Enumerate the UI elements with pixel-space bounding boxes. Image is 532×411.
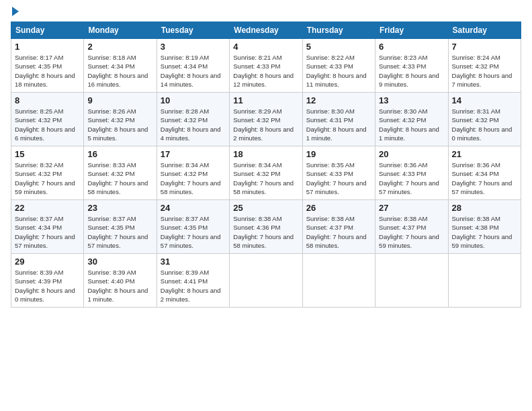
calendar-cell: 30Sunrise: 8:39 AMSunset: 4:40 PMDayligh…: [84, 254, 157, 308]
calendar-cell: 11Sunrise: 8:29 AMSunset: 4:32 PMDayligh…: [230, 93, 302, 146]
day-number: 16: [87, 149, 152, 159]
day-number: 12: [306, 95, 371, 105]
day-number: 3: [161, 42, 226, 52]
calendar-cell: 7Sunrise: 8:24 AMSunset: 4:32 PMDaylight…: [448, 39, 521, 93]
day-info: Sunrise: 8:36 AMSunset: 4:34 PMDaylight:…: [452, 161, 517, 196]
day-number: 8: [15, 95, 80, 105]
day-info: Sunrise: 8:19 AMSunset: 4:34 PMDaylight:…: [161, 53, 226, 89]
day-info: Sunrise: 8:34 AMSunset: 4:32 PMDaylight:…: [161, 161, 226, 196]
calendar-table: SundayMondayTuesdayWednesdayThursdayFrid…: [11, 21, 521, 308]
calendar-cell: 27Sunrise: 8:38 AMSunset: 4:37 PMDayligh…: [375, 200, 448, 254]
calendar-cell: 14Sunrise: 8:31 AMSunset: 4:32 PMDayligh…: [448, 93, 521, 146]
calendar-cell: 29Sunrise: 8:39 AMSunset: 4:39 PMDayligh…: [11, 254, 84, 308]
calendar-cell: 3Sunrise: 8:19 AMSunset: 4:34 PMDaylight…: [157, 39, 229, 93]
calendar-cell: 9Sunrise: 8:26 AMSunset: 4:32 PMDaylight…: [84, 93, 157, 146]
calendar-cell: [302, 254, 375, 308]
weekday-header-saturday: Saturday: [448, 22, 521, 39]
calendar-cell: 15Sunrise: 8:32 AMSunset: 4:32 PMDayligh…: [11, 146, 84, 200]
calendar-cell: 10Sunrise: 8:28 AMSunset: 4:32 PMDayligh…: [157, 93, 229, 146]
day-info: Sunrise: 8:31 AMSunset: 4:32 PMDaylight:…: [452, 107, 517, 142]
calendar-cell: 24Sunrise: 8:37 AMSunset: 4:35 PMDayligh…: [157, 200, 229, 254]
header: [11, 8, 521, 16]
calendar-cell: 6Sunrise: 8:23 AMSunset: 4:33 PMDaylight…: [375, 39, 448, 93]
day-info: Sunrise: 8:39 AMSunset: 4:39 PMDaylight:…: [15, 268, 80, 304]
weekday-header-friday: Friday: [375, 22, 448, 39]
weekday-header-tuesday: Tuesday: [157, 22, 229, 39]
week-row-4: 22Sunrise: 8:37 AMSunset: 4:34 PMDayligh…: [11, 200, 521, 254]
weekday-header-row: SundayMondayTuesdayWednesdayThursdayFrid…: [11, 22, 521, 39]
day-info: Sunrise: 8:30 AMSunset: 4:31 PMDaylight:…: [306, 107, 371, 142]
day-number: 21: [452, 149, 517, 159]
day-number: 20: [379, 149, 444, 159]
week-row-5: 29Sunrise: 8:39 AMSunset: 4:39 PMDayligh…: [11, 254, 521, 308]
day-number: 28: [452, 203, 517, 213]
day-info: Sunrise: 8:36 AMSunset: 4:33 PMDaylight:…: [379, 161, 444, 196]
day-number: 10: [161, 95, 226, 105]
week-row-1: 1Sunrise: 8:17 AMSunset: 4:35 PMDaylight…: [11, 39, 521, 93]
day-info: Sunrise: 8:30 AMSunset: 4:32 PMDaylight:…: [379, 107, 444, 142]
day-info: Sunrise: 8:26 AMSunset: 4:32 PMDaylight:…: [87, 107, 152, 142]
calendar-cell: 2Sunrise: 8:18 AMSunset: 4:34 PMDaylight…: [84, 39, 157, 93]
page: SundayMondayTuesdayWednesdayThursdayFrid…: [0, 0, 532, 411]
day-info: Sunrise: 8:28 AMSunset: 4:32 PMDaylight:…: [161, 107, 226, 142]
day-number: 14: [452, 95, 517, 105]
day-info: Sunrise: 8:22 AMSunset: 4:33 PMDaylight:…: [306, 53, 371, 89]
day-info: Sunrise: 8:23 AMSunset: 4:33 PMDaylight:…: [379, 53, 444, 89]
day-number: 23: [87, 203, 152, 213]
calendar-cell: 20Sunrise: 8:36 AMSunset: 4:33 PMDayligh…: [375, 146, 448, 200]
day-number: 13: [379, 95, 444, 105]
week-row-3: 15Sunrise: 8:32 AMSunset: 4:32 PMDayligh…: [11, 146, 521, 200]
day-number: 25: [233, 203, 298, 213]
day-info: Sunrise: 8:29 AMSunset: 4:32 PMDaylight:…: [233, 107, 298, 142]
day-number: 27: [379, 203, 444, 213]
week-row-2: 8Sunrise: 8:25 AMSunset: 4:32 PMDaylight…: [11, 93, 521, 146]
calendar-cell: 26Sunrise: 8:38 AMSunset: 4:37 PMDayligh…: [302, 200, 375, 254]
calendar-cell: 22Sunrise: 8:37 AMSunset: 4:34 PMDayligh…: [11, 200, 84, 254]
calendar-cell: 21Sunrise: 8:36 AMSunset: 4:34 PMDayligh…: [448, 146, 521, 200]
day-number: 11: [233, 95, 298, 105]
day-info: Sunrise: 8:37 AMSunset: 4:35 PMDaylight:…: [161, 214, 226, 250]
day-number: 29: [15, 257, 80, 267]
calendar-cell: 8Sunrise: 8:25 AMSunset: 4:32 PMDaylight…: [11, 93, 84, 146]
day-info: Sunrise: 8:39 AMSunset: 4:41 PMDaylight:…: [161, 268, 226, 304]
day-number: 26: [306, 203, 371, 213]
day-number: 31: [161, 257, 226, 267]
day-info: Sunrise: 8:17 AMSunset: 4:35 PMDaylight:…: [15, 53, 80, 89]
calendar-cell: 4Sunrise: 8:21 AMSunset: 4:33 PMDaylight…: [230, 39, 302, 93]
day-number: 30: [87, 257, 152, 267]
calendar-cell: 19Sunrise: 8:35 AMSunset: 4:33 PMDayligh…: [302, 146, 375, 200]
day-number: 1: [15, 42, 80, 52]
day-info: Sunrise: 8:33 AMSunset: 4:32 PMDaylight:…: [87, 161, 152, 196]
day-info: Sunrise: 8:35 AMSunset: 4:33 PMDaylight:…: [306, 161, 371, 196]
day-info: Sunrise: 8:18 AMSunset: 4:34 PMDaylight:…: [87, 53, 152, 89]
day-number: 7: [452, 42, 517, 52]
day-info: Sunrise: 8:37 AMSunset: 4:34 PMDaylight:…: [15, 214, 80, 250]
day-number: 9: [87, 95, 152, 105]
calendar-cell: 28Sunrise: 8:38 AMSunset: 4:38 PMDayligh…: [448, 200, 521, 254]
calendar-cell: [448, 254, 521, 308]
day-info: Sunrise: 8:24 AMSunset: 4:32 PMDaylight:…: [452, 53, 517, 89]
logo: [11, 8, 19, 16]
day-info: Sunrise: 8:21 AMSunset: 4:33 PMDaylight:…: [233, 53, 298, 89]
calendar-cell: 31Sunrise: 8:39 AMSunset: 4:41 PMDayligh…: [157, 254, 229, 308]
day-info: Sunrise: 8:32 AMSunset: 4:32 PMDaylight:…: [15, 161, 80, 196]
weekday-header-wednesday: Wednesday: [230, 22, 302, 39]
day-info: Sunrise: 8:38 AMSunset: 4:37 PMDaylight:…: [379, 214, 444, 250]
calendar-cell: 17Sunrise: 8:34 AMSunset: 4:32 PMDayligh…: [157, 146, 229, 200]
calendar-cell: 5Sunrise: 8:22 AMSunset: 4:33 PMDaylight…: [302, 39, 375, 93]
day-number: 15: [15, 149, 80, 159]
calendar-cell: 1Sunrise: 8:17 AMSunset: 4:35 PMDaylight…: [11, 39, 84, 93]
day-number: 17: [161, 149, 226, 159]
day-number: 5: [306, 42, 371, 52]
weekday-header-thursday: Thursday: [302, 22, 375, 39]
calendar-cell: 18Sunrise: 8:34 AMSunset: 4:32 PMDayligh…: [230, 146, 302, 200]
day-info: Sunrise: 8:25 AMSunset: 4:32 PMDaylight:…: [15, 107, 80, 142]
calendar-cell: [375, 254, 448, 308]
day-number: 4: [233, 42, 298, 52]
logo-arrow-icon: [12, 7, 19, 16]
day-number: 24: [161, 203, 226, 213]
day-info: Sunrise: 8:34 AMSunset: 4:32 PMDaylight:…: [233, 161, 298, 196]
day-number: 2: [87, 42, 152, 52]
calendar-cell: 25Sunrise: 8:38 AMSunset: 4:36 PMDayligh…: [230, 200, 302, 254]
calendar-cell: 23Sunrise: 8:37 AMSunset: 4:35 PMDayligh…: [84, 200, 157, 254]
